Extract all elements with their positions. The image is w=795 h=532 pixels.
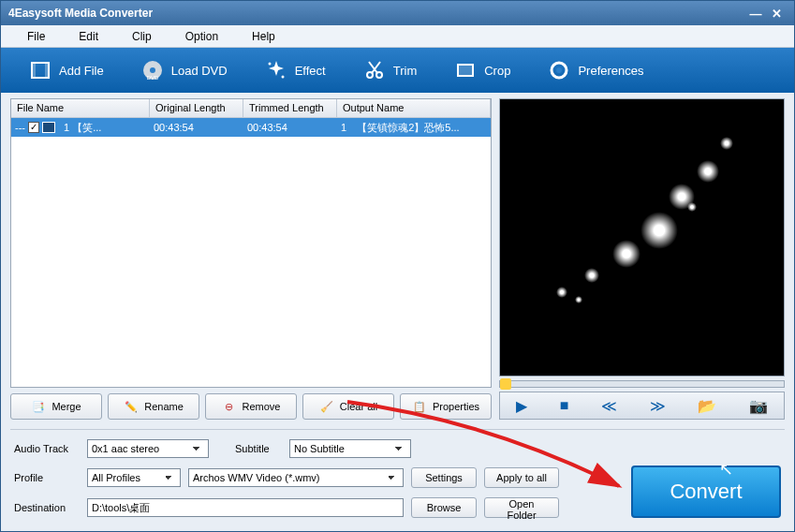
- profile-select[interactable]: Archos WMV Video (*.wmv): [188, 468, 404, 487]
- trim-button[interactable]: Trim: [345, 53, 436, 87]
- prev-button[interactable]: ≪: [594, 395, 625, 417]
- browse-button[interactable]: Browse: [411, 497, 477, 518]
- seek-bar[interactable]: [499, 380, 785, 388]
- audiotrack-select[interactable]: 0x1 aac stereo: [87, 439, 209, 458]
- remove-icon: ⊖: [222, 399, 237, 414]
- cell-trimlen: 00:43:54: [243, 120, 337, 135]
- settings-area: Audio Track 0x1 aac stereo Subtitle No S…: [1, 430, 794, 531]
- menu-file[interactable]: File: [10, 26, 62, 47]
- player-controls: ▶ ■ ≪ ≫ 📂 📷: [499, 392, 785, 420]
- file-table: File Name Original Length Trimmed Length…: [10, 98, 492, 388]
- seek-knob[interactable]: [500, 378, 511, 390]
- addfile-label: Add File: [59, 64, 104, 78]
- loaddvd-button[interactable]: DVD Load DVD: [123, 53, 246, 87]
- svg-text:DVD: DVD: [146, 75, 158, 81]
- audiotrack-label: Audio Track: [14, 443, 80, 454]
- col-outname[interactable]: Output Name: [337, 99, 491, 117]
- crop-label: Crop: [484, 64, 510, 78]
- svg-point-6: [268, 63, 271, 66]
- addfile-button[interactable]: Add File: [10, 53, 123, 87]
- col-trimlen[interactable]: Trimmed Length: [243, 99, 337, 117]
- cell-outname: 1 【笑镇惊魂2】恐怖5...: [337, 119, 491, 137]
- applyall-button[interactable]: Apply to all: [484, 467, 559, 488]
- remove-button[interactable]: ⊖Remove: [205, 393, 297, 420]
- subtitle-select[interactable]: No Subtitle: [289, 439, 411, 458]
- destination-input[interactable]: [87, 498, 404, 517]
- stop-button[interactable]: ■: [552, 395, 577, 416]
- settings-button[interactable]: Settings: [411, 467, 477, 488]
- properties-button[interactable]: 📋Properties: [400, 393, 492, 420]
- subtitle-label: Subtitle: [235, 443, 282, 454]
- video-icon: [42, 122, 55, 133]
- clearall-button[interactable]: 🧹Clear all: [302, 393, 394, 420]
- svg-rect-2: [45, 63, 49, 78]
- row-index: 1: [64, 122, 69, 133]
- close-button[interactable]: ✕: [766, 6, 787, 21]
- content-area: File Name Original Length Trimmed Length…: [1, 93, 794, 429]
- svg-point-7: [281, 76, 284, 79]
- settings-form: Audio Track 0x1 aac stereo Subtitle No S…: [14, 439, 622, 518]
- cell-filename: --- ✓ 1 【笑...: [11, 119, 150, 137]
- menu-edit[interactable]: Edit: [62, 26, 115, 47]
- profile-label: Profile: [14, 472, 80, 483]
- merge-button[interactable]: 📑Merge: [10, 393, 102, 420]
- left-panel: File Name Original Length Trimmed Length…: [10, 98, 492, 420]
- gear-icon: [548, 59, 570, 81]
- table-header: File Name Original Length Trimmed Length…: [11, 99, 491, 118]
- toolbar: Add File DVD Load DVD Effect Trim Crop P…: [1, 48, 794, 93]
- openfolder-button[interactable]: Open Folder: [484, 497, 559, 518]
- app-window: 4Easysoft Media Converter — ✕ File Edit …: [0, 0, 795, 532]
- svg-point-13: [556, 67, 562, 73]
- sparkle-icon: [265, 59, 287, 81]
- menubar: File Edit Clip Option Help: [1, 25, 794, 48]
- profile-category-select[interactable]: All Profiles: [87, 468, 181, 487]
- open-button[interactable]: 📂: [690, 395, 724, 417]
- col-origlen[interactable]: Original Length: [150, 99, 243, 117]
- destination-label: Destination: [14, 502, 80, 513]
- svg-rect-1: [32, 63, 36, 78]
- action-buttons: 📑Merge ✏️Rename ⊖Remove 🧹Clear all 📋Prop…: [10, 393, 492, 420]
- col-filename[interactable]: File Name: [11, 99, 150, 117]
- svg-point-4: [150, 67, 155, 73]
- effect-label: Effect: [295, 64, 326, 78]
- crop-button[interactable]: Crop: [435, 53, 529, 87]
- right-panel: ▶ ■ ≪ ≫ 📂 📷: [499, 98, 785, 420]
- next-button[interactable]: ≫: [642, 395, 673, 417]
- svg-rect-11: [458, 65, 473, 76]
- pencil-icon: ✏️: [124, 399, 139, 414]
- window-title: 4Easysoft Media Converter: [8, 7, 745, 20]
- cell-origlen: 00:43:54: [150, 120, 243, 135]
- preferences-label: Preferences: [578, 64, 643, 78]
- film-icon: [29, 59, 52, 81]
- preview-area: [499, 98, 785, 377]
- titlebar: 4Easysoft Media Converter — ✕: [1, 1, 794, 25]
- preferences-button[interactable]: Preferences: [529, 53, 662, 87]
- trim-label: Trim: [393, 64, 418, 78]
- menu-clip[interactable]: Clip: [115, 26, 169, 47]
- rename-button[interactable]: ✏️Rename: [108, 393, 199, 420]
- merge-icon: 📑: [31, 399, 46, 414]
- loaddvd-label: Load DVD: [171, 64, 228, 78]
- properties-icon: 📋: [412, 399, 427, 414]
- convert-button[interactable]: Convert: [631, 466, 781, 518]
- play-button[interactable]: ▶: [508, 395, 535, 417]
- menu-option[interactable]: Option: [169, 26, 235, 47]
- broom-icon: 🧹: [319, 399, 334, 414]
- row-checkbox[interactable]: ✓: [28, 122, 39, 133]
- snapshot-button[interactable]: 📷: [742, 395, 775, 417]
- table-row[interactable]: --- ✓ 1 【笑... 00:43:54 00:43:54 1 【笑镇惊魂2…: [11, 118, 491, 137]
- crop-icon: [454, 59, 477, 81]
- dvd-icon: DVD: [141, 59, 164, 81]
- minimize-button[interactable]: —: [745, 6, 766, 21]
- effect-button[interactable]: Effect: [246, 53, 345, 87]
- menu-help[interactable]: Help: [235, 26, 292, 47]
- scissors-icon: [363, 59, 386, 81]
- row-name: 【笑...: [72, 121, 101, 135]
